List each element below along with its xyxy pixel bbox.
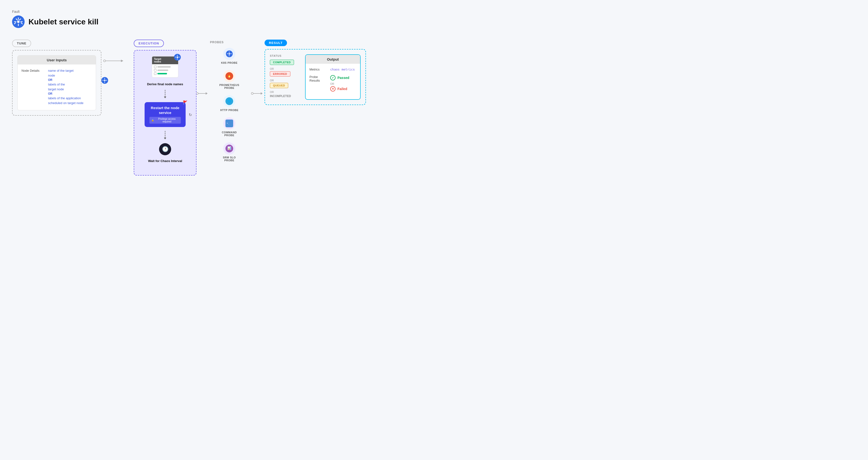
tune-box: User Inputs Node Details name of the tar… — [12, 50, 101, 116]
prometheus-probe-label: PROMETHEUSPROBE — [219, 84, 240, 89]
http-probe-icon: 🌐 — [223, 95, 235, 107]
arrow-down-2 — [164, 131, 166, 139]
result-status-col: STATUS COMPLETED OR ERRORED OR QUEUED OR… — [270, 54, 301, 100]
result-badge: RESULT — [265, 40, 287, 46]
tune-helm-icon — [101, 77, 108, 84]
svg-rect-26 — [229, 52, 229, 53]
passed-label: Passed — [337, 76, 349, 80]
option-labels-node: labels of thetarget node — [48, 82, 84, 92]
tune-section: TUNE User Inputs Node Details name of th… — [12, 40, 101, 116]
restart-node-title: Restart the node service — [149, 105, 181, 115]
status-or-3: OR — [270, 91, 301, 93]
prometheus-probe-icon: 🔥 — [223, 70, 235, 82]
probe-passed: ✓ Passed — [330, 75, 349, 81]
srm-slo-probe-icon: 📊 — [223, 143, 235, 155]
probe-or: OR — [330, 82, 349, 85]
execution-section: EXECUTION Targetnodes — [134, 40, 196, 176]
svg-text:>_: >_ — [227, 122, 229, 124]
status-errored-badge: ERRORED — [270, 71, 290, 76]
status-or-1: OR — [270, 67, 301, 70]
check-circle-icon: ✓ — [330, 75, 336, 81]
output-metrics-row: Metrics chaos metrics — [309, 68, 356, 71]
probe-result-line — [253, 93, 261, 94]
restart-flag-icon: 🚩 — [183, 100, 188, 105]
svg-point-1 — [17, 21, 20, 23]
svg-rect-22 — [175, 57, 177, 58]
k8s-probe-icon — [223, 48, 235, 60]
result-section: RESULT STATUS COMPLETED OR ERRORED OR QU… — [265, 40, 366, 105]
wait-chaos-icon: 🕐 — [159, 143, 171, 155]
svg-rect-15 — [104, 81, 105, 83]
tune-to-execution-arrow — [101, 59, 126, 63]
srm-slo-probe-label: SRM SLOPROBE — [223, 156, 236, 162]
svg-text:🔥: 🔥 — [227, 73, 231, 78]
svg-rect-3 — [18, 24, 19, 26]
fault-label: Fault — [12, 10, 856, 13]
metrics-label: Metrics — [309, 68, 327, 71]
svg-point-19 — [177, 57, 178, 58]
tune-badge: TUNE — [12, 40, 31, 47]
probe-result-arrow — [261, 92, 262, 95]
probe-srm-slo: 📊 SRM SLOPROBE — [210, 143, 249, 162]
reload-icon: ↻ — [189, 112, 192, 117]
status-queued-badge: QUEUED — [270, 83, 288, 88]
execution-probe-line — [198, 93, 206, 94]
probe-http: 🌐 HTTP PROBE — [210, 95, 249, 112]
or-2: OR — [48, 92, 84, 95]
arrow-down-1 — [164, 90, 166, 98]
svg-text:🌐: 🌐 — [227, 99, 231, 103]
probes-section: PROBES K8S PROBE — [208, 40, 251, 167]
option-labels-app: labels of the applicationscheduled on ta… — [48, 96, 84, 105]
svg-rect-14 — [104, 78, 105, 80]
output-header: Output — [306, 55, 360, 64]
execution-helm-icon — [174, 54, 181, 61]
execution-probe-arrow — [206, 92, 208, 95]
output-card: Output Metrics chaos metrics ProbeResult… — [305, 54, 361, 100]
svg-rect-16 — [102, 80, 104, 81]
svg-text:📊: 📊 — [227, 146, 231, 150]
or-1: OR — [48, 78, 84, 82]
output-probe-results-row: ProbeResults ✓ Passed OR ✕ Failed — [309, 75, 356, 92]
privilege-badge: 🔒 Privilege access required — [149, 117, 181, 124]
page-title: Kubelet service kill — [29, 18, 98, 26]
probe-results-label: ProbeResults — [309, 75, 327, 82]
command-probe-label: COMMANDPROBE — [222, 131, 237, 137]
probe-command: >_ COMMANDPROBE — [210, 117, 249, 137]
svg-rect-2 — [18, 18, 19, 20]
http-probe-label: HTTP PROBE — [220, 109, 239, 112]
execution-badge: EXECUTION — [134, 40, 164, 47]
svg-point-13 — [104, 80, 105, 81]
metrics-value: chaos metrics — [330, 68, 355, 71]
result-outer-box: STATUS COMPLETED OR ERRORED OR QUEUED OR… — [265, 49, 366, 105]
x-circle-icon: ✕ — [330, 86, 336, 92]
svg-point-25 — [228, 53, 230, 55]
svg-rect-21 — [177, 58, 178, 60]
option-name-node: name of the targetnode — [48, 68, 84, 78]
svg-rect-27 — [229, 55, 229, 56]
svg-rect-28 — [227, 54, 228, 54]
svg-rect-20 — [177, 55, 178, 56]
command-probe-icon: >_ — [223, 117, 235, 129]
probe-result-connector-dot — [251, 92, 253, 95]
svg-rect-17 — [106, 80, 107, 81]
k8s-probe-label: K8S PROBE — [221, 61, 238, 64]
probe-prometheus: 🔥 PROMETHEUSPROBE — [210, 70, 249, 89]
status-or-2: OR — [270, 79, 301, 82]
probes-label: PROBES — [210, 40, 249, 44]
wait-chaos-label: Wait for Chaos Interval — [148, 159, 182, 163]
probe-k8s: K8S PROBE — [210, 48, 249, 64]
derive-node-names-label: Derive final node names — [147, 82, 183, 86]
svg-rect-29 — [230, 54, 232, 54]
status-completed-badge: COMPLETED — [270, 60, 294, 65]
node-details-label: Node Details — [22, 68, 43, 72]
user-inputs-header: User Inputs — [18, 56, 96, 64]
svg-rect-5 — [20, 22, 23, 22]
status-incompleted-badge: INCOMPLETED — [270, 94, 301, 98]
failed-label: Failed — [337, 87, 347, 91]
kubelet-icon — [12, 16, 25, 28]
svg-marker-11 — [121, 60, 123, 62]
probe-failed: ✕ Failed — [330, 86, 349, 92]
status-label: STATUS — [270, 54, 301, 57]
svg-rect-23 — [178, 57, 180, 58]
restart-node-box: Restart the node service 🔒 Privilege acc… — [145, 102, 186, 127]
